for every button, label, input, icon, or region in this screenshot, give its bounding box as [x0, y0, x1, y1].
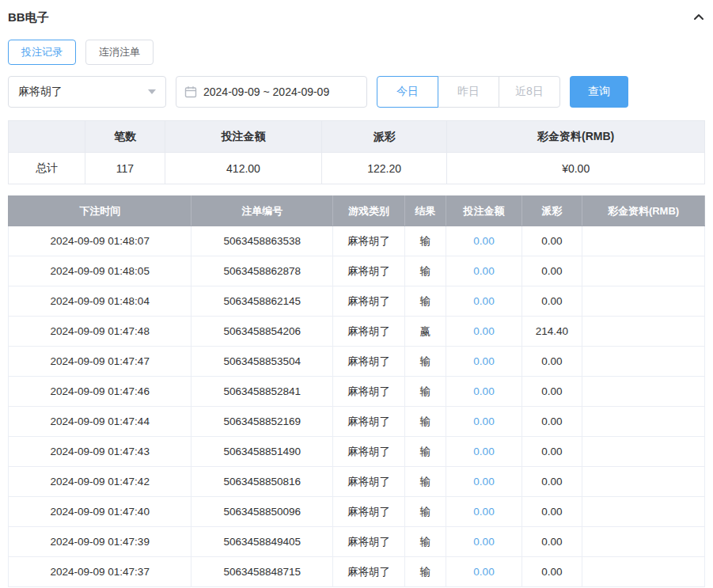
- cell-payout: 214.40: [521, 317, 582, 347]
- cell-bonus: [582, 557, 705, 587]
- bet-amount-link[interactable]: 0.00: [473, 295, 494, 307]
- table-row: 2024-09-09 01:47:475063458853504麻将胡了输0.0…: [9, 347, 705, 377]
- cell-game-type: 麻将胡了: [333, 256, 405, 286]
- cell-payout: 0.00: [521, 256, 582, 286]
- cell-bet-amount: 0.00: [446, 226, 521, 256]
- cell-bet-time: 2024-09-09 01:47:46: [9, 377, 192, 407]
- cell-bonus: [582, 437, 705, 467]
- cell-payout: 0.00: [521, 467, 582, 497]
- cell-payout: 0.00: [521, 377, 582, 407]
- bet-amount-link[interactable]: 0.00: [473, 385, 494, 397]
- cell-bonus: [582, 256, 705, 286]
- tab-bar: 投注记录 连消注单: [8, 40, 705, 65]
- tab-cascading-orders[interactable]: 连消注单: [85, 40, 154, 65]
- cell-result: 输: [404, 527, 446, 557]
- cell-bet-time: 2024-09-09 01:47:39: [9, 527, 192, 557]
- summary-total-row: 总计 117 412.00 122.20 ¥0.00: [9, 153, 705, 184]
- table-row: 2024-09-09 01:47:375063458848715麻将胡了输0.0…: [9, 557, 705, 587]
- bet-amount-link[interactable]: 0.00: [473, 506, 494, 518]
- cell-bet-amount: 0.00: [446, 467, 521, 497]
- cell-order-no: 5063458853504: [192, 347, 333, 377]
- table-row: 2024-09-09 01:47:435063458851490麻将胡了输0.0…: [9, 437, 705, 467]
- cell-bet-amount: 0.00: [446, 497, 521, 527]
- cell-result: 输: [404, 347, 446, 377]
- cell-result: 输: [404, 467, 446, 497]
- search-button[interactable]: 查询: [570, 76, 628, 108]
- summary-header-empty: [9, 121, 85, 153]
- header-payout: 派彩: [521, 196, 582, 226]
- summary-header-bet-amount: 投注金额: [165, 121, 321, 153]
- cell-game-type: 麻将胡了: [333, 437, 405, 467]
- cell-game-type: 麻将胡了: [333, 226, 405, 256]
- table-row: 2024-09-09 01:48:055063458862878麻将胡了输0.0…: [9, 256, 705, 286]
- date-range-input[interactable]: 2024-09-09 ~ 2024-09-09: [176, 76, 367, 108]
- cell-payout: 0.00: [521, 407, 582, 437]
- filter-bar: 麻将胡了 2024-09-09 ~ 2024-09-09 今日 昨日 近8日 查…: [8, 76, 705, 108]
- cell-bet-time: 2024-09-09 01:47:40: [9, 497, 192, 527]
- game-type-select[interactable]: 麻将胡了: [8, 76, 166, 108]
- summary-bonus-value: ¥0.00: [447, 153, 705, 184]
- cell-bet-time: 2024-09-09 01:48:05: [9, 256, 192, 286]
- cell-order-no: 5063458854206: [192, 317, 333, 347]
- summary-header-payout: 派彩: [321, 121, 446, 153]
- cell-payout: 0.00: [521, 347, 582, 377]
- cell-bet-time: 2024-09-09 01:47:37: [9, 557, 192, 587]
- cell-order-no: 5063458852841: [192, 377, 333, 407]
- cell-game-type: 麻将胡了: [333, 286, 405, 317]
- cell-bonus: [582, 527, 705, 557]
- bet-amount-link[interactable]: 0.00: [473, 566, 494, 578]
- quick-range-group: 今日 昨日 近8日: [377, 76, 560, 108]
- cell-payout: 0.00: [521, 557, 582, 587]
- cell-game-type: 麻将胡了: [333, 347, 405, 377]
- table-row: 2024-09-09 01:47:395063458849405麻将胡了输0.0…: [9, 527, 705, 557]
- chevron-up-icon[interactable]: [692, 11, 705, 24]
- cell-bonus: [582, 497, 705, 527]
- bet-amount-link[interactable]: 0.00: [473, 446, 494, 457]
- summary-bet-amount-value: 412.00: [165, 153, 321, 184]
- cell-result: 输: [404, 377, 446, 407]
- table-row: 2024-09-09 01:48:045063458862145麻将胡了输0.0…: [9, 286, 705, 317]
- cell-game-type: 麻将胡了: [333, 467, 405, 497]
- cell-payout: 0.00: [521, 527, 582, 557]
- cell-bet-time: 2024-09-09 01:48:07: [9, 226, 192, 256]
- cell-bonus: [582, 347, 705, 377]
- bet-amount-link[interactable]: 0.00: [473, 536, 494, 548]
- summary-header-bonus: 彩金资料(RMB): [447, 121, 705, 153]
- header-order-no: 注单编号: [192, 196, 333, 226]
- header-game-type: 游戏类别: [333, 196, 405, 226]
- bet-amount-link[interactable]: 0.00: [473, 325, 494, 337]
- bet-amount-link[interactable]: 0.00: [473, 476, 494, 487]
- cell-bet-amount: 0.00: [446, 557, 521, 587]
- summary-payout-value: 122.20: [321, 153, 446, 184]
- table-header-row: 下注时间 注单编号 游戏类别 结果 投注金额 派彩 彩金资料(RMB): [9, 196, 705, 226]
- last-8-days-button[interactable]: 近8日: [499, 76, 560, 108]
- date-range-value: 2024-09-09 ~ 2024-09-09: [203, 85, 329, 98]
- bet-amount-link[interactable]: 0.00: [473, 265, 494, 277]
- table-row: 2024-09-09 01:47:425063458850816麻将胡了输0.0…: [9, 467, 705, 497]
- bet-amount-link[interactable]: 0.00: [473, 415, 494, 427]
- today-button[interactable]: 今日: [377, 76, 438, 108]
- summary-header-count: 笔数: [85, 121, 165, 153]
- cell-payout: 0.00: [521, 437, 582, 467]
- cell-bet-time: 2024-09-09 01:47:47: [9, 347, 192, 377]
- table-row: 2024-09-09 01:47:485063458854206麻将胡了赢0.0…: [9, 317, 705, 347]
- tab-bet-records[interactable]: 投注记录: [8, 40, 76, 65]
- cell-bet-amount: 0.00: [446, 377, 521, 407]
- cell-order-no: 5063458848715: [192, 557, 333, 587]
- yesterday-button[interactable]: 昨日: [438, 76, 499, 108]
- cell-bonus: [582, 377, 705, 407]
- cell-result: 输: [404, 286, 446, 317]
- cell-game-type: 麻将胡了: [333, 377, 405, 407]
- cell-game-type: 麻将胡了: [333, 317, 405, 347]
- bet-amount-link[interactable]: 0.00: [473, 235, 494, 247]
- header-bet-amount: 投注金额: [446, 196, 521, 226]
- table-row: 2024-09-09 01:48:075063458863538麻将胡了输0.0…: [9, 226, 705, 256]
- cell-bonus: [582, 467, 705, 497]
- cell-bet-time: 2024-09-09 01:47:42: [9, 467, 192, 497]
- cell-result: 输: [404, 437, 446, 467]
- bet-amount-link[interactable]: 0.00: [473, 355, 494, 367]
- table-row: 2024-09-09 01:47:465063458852841麻将胡了输0.0…: [9, 377, 705, 407]
- cell-order-no: 5063458850096: [192, 497, 333, 527]
- panel-header: BB电子: [8, 6, 705, 28]
- cell-game-type: 麻将胡了: [333, 527, 405, 557]
